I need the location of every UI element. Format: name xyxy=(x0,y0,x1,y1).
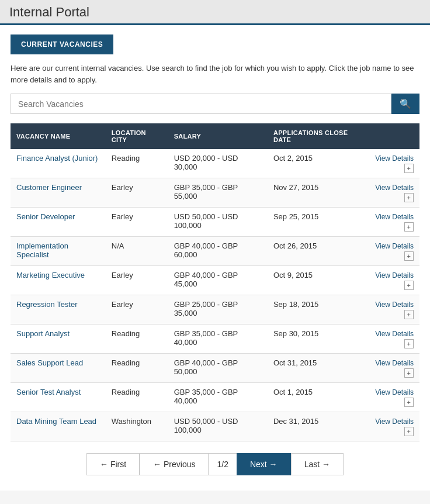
vacancy-location: Earley xyxy=(106,208,168,237)
vacancy-close-date: Oct 1, 2015 xyxy=(268,383,369,412)
vacancy-salary: GBP 40,000 - GBP 50,000 xyxy=(168,354,268,383)
page-title: Internal Portal xyxy=(9,5,421,20)
view-details-plus-icon[interactable]: + xyxy=(404,222,414,232)
vacancy-actions: View Details+ xyxy=(369,295,419,325)
vacancy-location: Reading xyxy=(106,354,168,383)
vacancy-salary: GBP 25,000 - GBP 35,000 xyxy=(168,295,268,325)
pagination: ← First ← Previous 1/2 Next → Last → xyxy=(11,441,419,481)
table-row: Marketing ExecutiveEarleyGBP 40,000 - GB… xyxy=(11,266,419,295)
view-details-plus-icon[interactable]: + xyxy=(404,281,414,290)
vacancy-close-date: Oct 31, 2015 xyxy=(268,354,369,383)
table-row: Regression TesterEarleyGBP 25,000 - GBP … xyxy=(11,295,419,325)
table-row: Implementation SpecialistN/AGBP 40,000 -… xyxy=(11,237,419,266)
vacancy-name[interactable]: Marketing Executive xyxy=(11,266,106,295)
table-row: Data Mining Team LeadWashingtonUSD 50,00… xyxy=(11,412,419,441)
table-row: Finance Analyst (Junior)ReadingUSD 20,00… xyxy=(11,149,419,178)
vacancies-table: VACANCY NAME LOCATION CITY SALARY APPLIC… xyxy=(11,123,419,441)
vacancy-name[interactable]: Senior Test Analyst xyxy=(11,383,106,412)
last-button[interactable]: Last → xyxy=(291,453,344,475)
view-details-plus-icon[interactable]: + xyxy=(404,251,414,261)
page-header: Internal Portal xyxy=(0,0,430,25)
vacancy-actions: View Details+ xyxy=(369,208,419,237)
view-details-link[interactable]: View Details xyxy=(375,154,414,163)
table-row: Senior DeveloperEarleyUSD 50,000 - USD 1… xyxy=(11,208,419,237)
vacancy-close-date: Sep 30, 2015 xyxy=(268,325,369,354)
vacancy-name[interactable]: Implementation Specialist xyxy=(11,237,106,266)
vacancy-salary: GBP 40,000 - GBP 45,000 xyxy=(168,266,268,295)
vacancy-name[interactable]: Support Analyst xyxy=(11,325,106,354)
col-vacancy: VACANCY NAME xyxy=(11,123,106,149)
vacancy-salary: GBP 35,000 - GBP 40,000 xyxy=(168,383,268,412)
col-location: LOCATION CITY xyxy=(106,123,168,149)
vacancy-location: Reading xyxy=(106,149,168,178)
table-row: Support AnalystReadingGBP 35,000 - GBP 4… xyxy=(11,325,419,354)
view-details-plus-icon[interactable]: + xyxy=(404,427,414,436)
next-button[interactable]: Next → xyxy=(237,453,291,475)
table-row: Customer EngineerEarleyGBP 35,000 - GBP … xyxy=(11,178,419,208)
view-details-plus-icon[interactable]: + xyxy=(404,368,414,378)
vacancy-location: Washington xyxy=(106,412,168,441)
vacancy-location: Reading xyxy=(106,383,168,412)
vacancy-salary: USD 20,000 - USD 30,000 xyxy=(168,149,268,178)
table-header: VACANCY NAME LOCATION CITY SALARY APPLIC… xyxy=(11,123,419,149)
vacancy-name[interactable]: Customer Engineer xyxy=(11,178,106,208)
vacancy-location: Earley xyxy=(106,178,168,208)
view-details-link[interactable]: View Details xyxy=(375,242,414,250)
page-info: 1/2 xyxy=(209,453,236,475)
vacancy-actions: View Details+ xyxy=(369,266,419,295)
vacancy-location: Earley xyxy=(106,295,168,325)
view-details-link[interactable]: View Details xyxy=(375,213,414,221)
table-row: Sales Support LeadReadingGBP 40,000 - GB… xyxy=(11,354,419,383)
view-details-plus-icon[interactable]: + xyxy=(404,398,414,407)
view-details-plus-icon[interactable]: + xyxy=(404,193,414,202)
vacancy-close-date: Oct 9, 2015 xyxy=(268,266,369,295)
vacancy-actions: View Details+ xyxy=(369,149,419,178)
search-bar: 🔍 xyxy=(11,94,419,114)
vacancy-name[interactable]: Sales Support Lead xyxy=(11,354,106,383)
view-details-link[interactable]: View Details xyxy=(375,301,414,309)
vacancy-actions: View Details+ xyxy=(369,178,419,208)
vacancy-close-date: Oct 2, 2015 xyxy=(268,149,369,178)
col-salary: SALARY xyxy=(168,123,268,149)
vacancy-salary: GBP 40,000 - GBP 60,000 xyxy=(168,237,268,266)
vacancy-actions: View Details+ xyxy=(369,237,419,266)
view-details-link[interactable]: View Details xyxy=(375,417,414,426)
vacancy-salary: GBP 35,000 - GBP 40,000 xyxy=(168,325,268,354)
vacancy-close-date: Oct 26, 2015 xyxy=(268,237,369,266)
view-details-link[interactable]: View Details xyxy=(375,388,414,396)
vacancy-name[interactable]: Senior Developer xyxy=(11,208,106,237)
vacancy-close-date: Sep 25, 2015 xyxy=(268,208,369,237)
previous-button[interactable]: ← Previous xyxy=(140,453,209,475)
view-details-plus-icon[interactable]: + xyxy=(404,310,414,319)
view-details-link[interactable]: View Details xyxy=(375,271,414,279)
view-details-plus-icon[interactable]: + xyxy=(404,339,414,348)
header-row: VACANCY NAME LOCATION CITY SALARY APPLIC… xyxy=(11,123,419,149)
vacancy-salary: USD 50,000 - USD 100,000 xyxy=(168,208,268,237)
search-button[interactable]: 🔍 xyxy=(391,94,419,114)
vacancy-close-date: Nov 27, 2015 xyxy=(268,178,369,208)
col-close-date: APPLICATIONS CLOSE DATE xyxy=(268,123,369,149)
vacancy-location: N/A xyxy=(106,237,168,266)
table-body: Finance Analyst (Junior)ReadingUSD 20,00… xyxy=(11,149,419,441)
view-details-plus-icon[interactable]: + xyxy=(404,164,414,173)
vacancy-close-date: Dec 31, 2015 xyxy=(268,412,369,441)
vacancy-actions: View Details+ xyxy=(369,383,419,412)
view-details-link[interactable]: View Details xyxy=(375,184,414,192)
vacancy-salary: USD 50,000 - USD 100,000 xyxy=(168,412,268,441)
vacancy-name[interactable]: Data Mining Team Lead xyxy=(11,412,106,441)
vacancy-location: Reading xyxy=(106,325,168,354)
vacancy-name[interactable]: Finance Analyst (Junior) xyxy=(11,149,106,178)
search-input[interactable] xyxy=(11,94,391,114)
vacancy-close-date: Sep 18, 2015 xyxy=(268,295,369,325)
current-vacancies-button[interactable]: CURRENT VACANCIES xyxy=(11,34,113,54)
col-actions xyxy=(369,123,419,149)
view-details-link[interactable]: View Details xyxy=(375,359,414,367)
vacancy-location: Earley xyxy=(106,266,168,295)
main-content: CURRENT VACANCIES Here are our current i… xyxy=(0,25,430,491)
view-details-link[interactable]: View Details xyxy=(375,330,414,338)
first-button[interactable]: ← First xyxy=(86,453,140,475)
vacancy-actions: View Details+ xyxy=(369,325,419,354)
vacancy-actions: View Details+ xyxy=(369,354,419,383)
vacancy-actions: View Details+ xyxy=(369,412,419,441)
vacancy-name[interactable]: Regression Tester xyxy=(11,295,106,325)
